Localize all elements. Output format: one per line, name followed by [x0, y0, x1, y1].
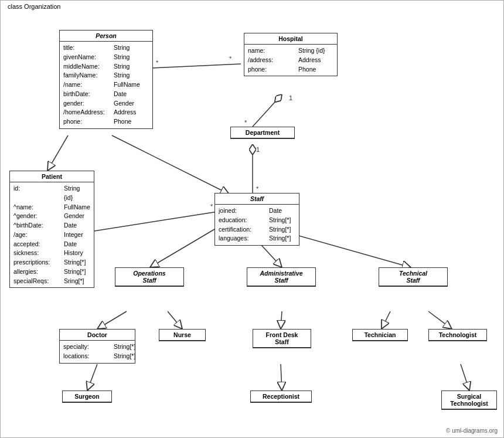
svg-text:1: 1	[289, 94, 292, 101]
class-hospital: Hospital name:String {id} /address:Addre…	[244, 33, 338, 76]
class-operations-staff: OperationsStaff	[115, 267, 184, 287]
svg-line-21	[428, 311, 452, 329]
class-patient-body: id:String {id} ^name:FullName ^gender:Ge…	[10, 182, 94, 287]
svg-text:1: 1	[256, 146, 260, 153]
class-receptionist-header: Receptionist	[251, 391, 311, 402]
class-nurse-header: Nurse	[159, 330, 205, 341]
class-receptionist: Receptionist	[250, 391, 312, 403]
class-person-body: title:String givenName:String middleName…	[60, 42, 152, 128]
class-person: Person title:String givenName:String mid…	[59, 30, 153, 129]
class-surgeon-header: Surgeon	[63, 391, 111, 402]
class-person-header: Person	[60, 30, 152, 42]
svg-line-18	[168, 311, 182, 329]
class-front-desk-staff: Front DeskStaff	[253, 329, 311, 348]
svg-line-19	[281, 311, 282, 329]
class-staff-header: Staff	[215, 193, 299, 205]
svg-line-23	[281, 364, 282, 391]
class-technical-staff: TechnicalStaff	[379, 267, 448, 287]
svg-text:*: *	[229, 55, 232, 62]
class-hospital-header: Hospital	[244, 33, 337, 45]
class-surgical-technologist-header: SurgicalTechnologist	[442, 391, 496, 409]
class-administrative-staff: AdministrativeStaff	[247, 267, 316, 287]
class-department-header: Department	[231, 127, 294, 138]
class-technician: Technician	[352, 329, 408, 341]
class-patient: Patient id:String {id} ^name:FullName ^g…	[9, 171, 94, 288]
class-staff: Staff joined:Date education:String[*] ce…	[214, 193, 299, 246]
diagram-container: class Organization * * 1 *	[0, 0, 504, 438]
svg-text:*: *	[244, 119, 247, 126]
class-technologist: Technologist	[428, 329, 487, 341]
class-operations-staff-header: OperationsStaff	[115, 268, 183, 286]
class-surgical-technologist: SurgicalTechnologist	[441, 391, 497, 410]
class-doctor-body: specialty:String[*] locations:String[*]	[60, 341, 135, 363]
class-doctor: Doctor specialty:String[*] locations:Str…	[59, 329, 135, 364]
footer: © uml-diagrams.org	[446, 427, 498, 434]
svg-line-14	[150, 229, 214, 267]
class-patient-header: Patient	[10, 171, 94, 182]
diagram-title: class Organization	[5, 3, 63, 10]
class-doctor-header: Doctor	[60, 330, 135, 341]
svg-line-12	[47, 135, 68, 171]
svg-line-3	[152, 64, 241, 68]
class-department: Department	[230, 127, 295, 139]
class-front-desk-staff-header: Front DeskStaff	[253, 330, 311, 348]
svg-text:*: *	[256, 185, 259, 192]
svg-line-6	[253, 94, 282, 127]
svg-line-17	[97, 311, 127, 329]
svg-text:*: *	[156, 59, 159, 66]
svg-text:*: *	[210, 203, 213, 210]
svg-line-22	[87, 364, 97, 391]
svg-line-13	[112, 135, 229, 194]
class-technologist-header: Technologist	[429, 330, 486, 341]
class-nurse: Nurse	[159, 329, 206, 341]
class-staff-body: joined:Date education:String[*] certific…	[215, 205, 299, 245]
class-hospital-body: name:String {id} /address:Address phone:…	[244, 45, 337, 76]
class-surgeon: Surgeon	[62, 391, 112, 403]
svg-line-24	[461, 364, 469, 391]
class-administrative-staff-header: AdministrativeStaff	[247, 268, 315, 286]
class-technician-header: Technician	[353, 330, 407, 341]
svg-line-20	[382, 311, 390, 329]
class-technical-staff-header: TechnicalStaff	[379, 268, 447, 286]
